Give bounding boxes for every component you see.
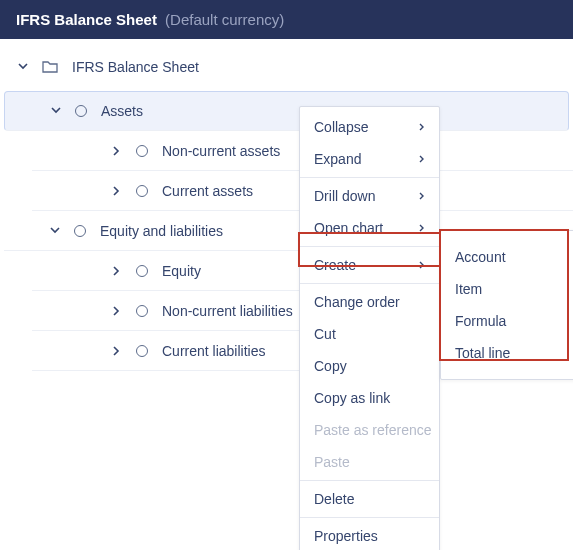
menu-item-cut[interactable]: Cut — [300, 318, 439, 350]
chevron-right-icon — [110, 184, 124, 198]
menu-item-change-order[interactable]: Change order — [300, 286, 439, 318]
tree-item-assets[interactable]: Assets — [4, 91, 569, 131]
menu-item-open-chart[interactable]: Open chart — [300, 212, 439, 244]
chevron-down-icon — [16, 60, 30, 74]
menu-item-collapse[interactable]: Collapse — [300, 111, 439, 143]
circle-icon — [136, 265, 148, 277]
menu-item-label: Delete — [314, 491, 354, 507]
menu-item-label: Properties — [314, 528, 378, 544]
menu-item-paste: Paste — [300, 446, 439, 478]
page-header: IFRS Balance Sheet (Default currency) — [0, 0, 573, 39]
tree-item-label: Current assets — [162, 183, 253, 199]
chevron-right-icon — [110, 304, 124, 318]
submenu-item-item[interactable]: Item — [441, 273, 573, 305]
menu-item-label: Item — [455, 281, 482, 297]
circle-icon — [136, 145, 148, 157]
submenu-item-total-line[interactable]: Total line — [441, 337, 573, 369]
menu-item-properties[interactable]: Properties — [300, 520, 439, 550]
menu-item-label: Change order — [314, 294, 400, 310]
menu-item-paste-as-reference: Paste as reference — [300, 414, 439, 446]
circle-icon — [136, 305, 148, 317]
tree-item-label: Current liabilities — [162, 343, 265, 359]
menu-item-label: Expand — [314, 151, 361, 167]
chevron-right-icon — [110, 344, 124, 358]
menu-item-create[interactable]: Create — [300, 249, 439, 281]
chevron-right-icon — [110, 264, 124, 278]
chevron-right-icon — [419, 220, 425, 236]
menu-item-label: Formula — [455, 313, 506, 329]
menu-item-label: Copy — [314, 358, 347, 374]
chevron-right-icon — [419, 188, 425, 204]
menu-separator — [300, 480, 439, 481]
menu-separator — [300, 283, 439, 284]
folder-icon — [42, 60, 58, 74]
menu-item-label: Collapse — [314, 119, 368, 135]
menu-separator — [300, 246, 439, 247]
page-subtitle: (Default currency) — [165, 11, 284, 28]
tree-item-label: Assets — [101, 103, 143, 119]
menu-item-label: Open chart — [314, 220, 383, 236]
circle-icon — [75, 105, 87, 117]
chevron-down-icon — [48, 224, 62, 238]
menu-item-label: Total line — [455, 345, 510, 361]
tree-item-label: Non-current liabilities — [162, 303, 293, 319]
submenu-item-account[interactable]: Account — [441, 241, 573, 273]
menu-item-drill-down[interactable]: Drill down — [300, 180, 439, 212]
chevron-right-icon — [419, 151, 425, 167]
chevron-down-icon — [49, 104, 63, 118]
menu-item-expand[interactable]: Expand — [300, 143, 439, 175]
menu-item-label: Account — [455, 249, 506, 265]
create-submenu: Account Item Formula Total line — [440, 230, 573, 380]
tree-item-label: Equity — [162, 263, 201, 279]
menu-separator — [300, 177, 439, 178]
menu-item-label: Cut — [314, 326, 336, 342]
menu-item-label: Paste — [314, 454, 350, 470]
chevron-right-icon — [110, 144, 124, 158]
menu-item-label: Drill down — [314, 188, 375, 204]
menu-item-label: Create — [314, 257, 356, 273]
tree-item-root[interactable]: IFRS Balance Sheet — [0, 47, 573, 87]
circle-icon — [136, 185, 148, 197]
chevron-right-icon — [419, 257, 425, 273]
page-title: IFRS Balance Sheet — [16, 11, 157, 28]
circle-icon — [74, 225, 86, 237]
context-menu: Collapse Expand Drill down Open chart Cr… — [299, 106, 440, 550]
menu-item-label: Paste as reference — [314, 422, 432, 438]
tree-item-label: IFRS Balance Sheet — [72, 59, 199, 75]
tree-item-label: Equity and liabilities — [100, 223, 223, 239]
menu-item-label: Copy as link — [314, 390, 390, 406]
circle-icon — [136, 345, 148, 357]
submenu-item-formula[interactable]: Formula — [441, 305, 573, 337]
menu-item-delete[interactable]: Delete — [300, 483, 439, 515]
menu-item-copy[interactable]: Copy — [300, 350, 439, 382]
tree-item-label: Non-current assets — [162, 143, 280, 159]
menu-item-copy-as-link[interactable]: Copy as link — [300, 382, 439, 414]
chevron-right-icon — [419, 119, 425, 135]
menu-separator — [300, 517, 439, 518]
